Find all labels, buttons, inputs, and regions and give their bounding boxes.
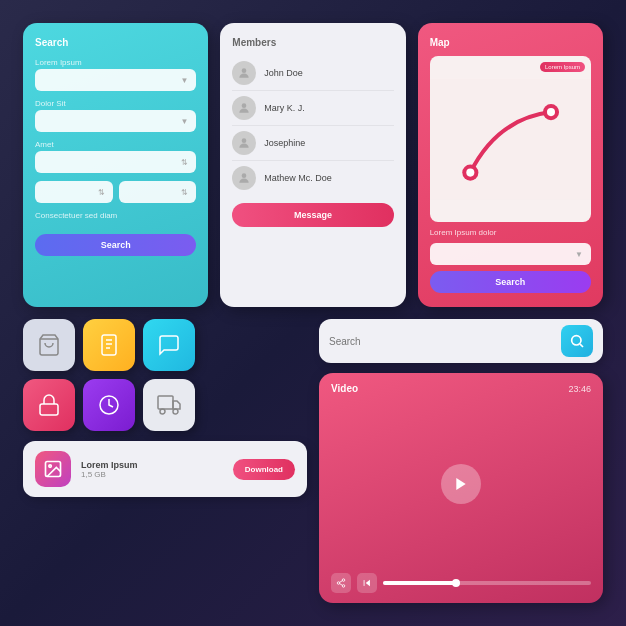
search-card: Search Lorem Ipsum ▼ Dolor Sit ▼ Amet <box>23 23 208 307</box>
svg-point-0 <box>242 68 247 73</box>
document-button[interactable] <box>83 319 135 371</box>
play-icon <box>453 476 469 492</box>
member-item-3: Josephine <box>232 126 393 161</box>
chevron2-icon: ▼ <box>180 117 188 126</box>
map-chevron-icon: ▼ <box>575 250 583 259</box>
icon-buttons-grid <box>23 319 307 431</box>
map-card-title: Map <box>430 37 591 48</box>
video-header: Video 23:46 <box>331 383 591 394</box>
chevron1-icon: ▼ <box>180 76 188 85</box>
search-bar[interactable] <box>319 319 603 363</box>
field1-text[interactable] <box>43 76 174 85</box>
lock-button[interactable] <box>23 379 75 431</box>
download-bar: Lorem Ipsum 1,5 GB Download <box>23 441 307 497</box>
search-input[interactable] <box>329 336 561 347</box>
timer-button[interactable] <box>83 379 135 431</box>
avatar-2 <box>232 96 256 120</box>
svg-point-27 <box>342 585 345 588</box>
avatar-4 <box>232 166 256 190</box>
download-size: 1,5 GB <box>81 470 223 479</box>
share-icon <box>336 578 346 588</box>
member-name-2: Mary K. J. <box>264 103 305 113</box>
field2-text[interactable] <box>43 117 174 126</box>
progress-bar[interactable] <box>383 581 591 585</box>
svg-line-23 <box>580 344 583 347</box>
field1-group: Lorem Ipsum ▼ <box>35 58 196 91</box>
svg-point-22 <box>572 336 581 345</box>
download-button[interactable]: Download <box>233 459 295 480</box>
svg-point-25 <box>342 579 345 582</box>
cart-button[interactable] <box>23 319 75 371</box>
video-card: Video 23:46 <box>319 373 603 603</box>
svg-point-18 <box>160 409 165 414</box>
image-icon <box>43 459 63 479</box>
svg-marker-30 <box>366 580 370 587</box>
field2-group: Dolor Sit ▼ <box>35 99 196 132</box>
svg-rect-16 <box>158 396 173 409</box>
chat-button[interactable] <box>143 319 195 371</box>
map-area: Lorem Ipsum <box>430 56 591 222</box>
member-name-4: Mathew Mc. Doe <box>264 173 332 183</box>
member-name-3: Josephine <box>264 138 305 148</box>
svg-line-28 <box>340 584 343 586</box>
bottom-row: Lorem Ipsum 1,5 GB Download Video 23 <box>23 319 603 603</box>
search-icon-button[interactable] <box>561 325 593 357</box>
map-field-label: Lorem Ipsum dolor <box>430 228 591 237</box>
video-time: 23:46 <box>568 384 591 394</box>
field3-text[interactable] <box>43 158 174 167</box>
top-row: Search Lorem Ipsum ▼ Dolor Sit ▼ Amet <box>23 23 603 307</box>
field2-input[interactable]: ▼ <box>35 110 196 132</box>
search-icon <box>569 333 585 349</box>
svg-rect-14 <box>40 404 58 415</box>
map-card: Map Lorem Ipsum Lorem Ipsum dolor <box>418 23 603 307</box>
map-badge: Lorem Ipsum <box>540 62 585 72</box>
two-col-fields: ⇅ ⇅ <box>35 181 196 203</box>
rewind-button[interactable] <box>357 573 377 593</box>
svg-marker-17 <box>173 401 180 409</box>
field5-label: Consectetuer sed diam <box>35 211 196 220</box>
field4a-text[interactable] <box>43 188 98 197</box>
message-button[interactable]: Message <box>232 203 393 227</box>
field4b-input[interactable]: ⇅ <box>119 181 197 203</box>
field4b-text[interactable] <box>127 188 182 197</box>
chevron4a-icon: ⇅ <box>98 188 105 197</box>
svg-marker-24 <box>456 478 465 490</box>
members-card-title: Members <box>232 37 393 48</box>
member-item-4: Mathew Mc. Doe <box>232 161 393 195</box>
rewind-icon <box>362 578 372 588</box>
member-item-2: Mary K. J. <box>232 91 393 126</box>
svg-point-6 <box>466 169 474 177</box>
share-button[interactable] <box>331 573 351 593</box>
svg-rect-10 <box>102 335 116 355</box>
svg-point-8 <box>547 108 555 116</box>
truck-button[interactable] <box>143 379 195 431</box>
bottom-left: Lorem Ipsum 1,5 GB Download <box>23 319 307 603</box>
video-controls <box>331 573 591 593</box>
progress-fill <box>383 581 456 585</box>
map-input[interactable]: ▼ <box>430 243 591 265</box>
video-label: Video <box>331 383 358 394</box>
play-button[interactable] <box>441 464 481 504</box>
member-item-1: John Doe <box>232 56 393 91</box>
field3-input[interactable]: ⇅ <box>35 151 196 173</box>
progress-dot <box>452 579 460 587</box>
field3-group: Amet ⇅ <box>35 140 196 173</box>
field4a-input[interactable]: ⇅ <box>35 181 113 203</box>
map-route-svg <box>430 56 591 222</box>
svg-rect-4 <box>430 79 591 200</box>
svg-point-26 <box>337 582 340 585</box>
svg-point-21 <box>49 465 52 468</box>
map-search-button[interactable]: Search <box>430 271 591 293</box>
download-icon-box <box>35 451 71 487</box>
chevron4b-icon: ⇅ <box>181 188 188 197</box>
field3-label: Amet <box>35 140 196 149</box>
avatar-1 <box>232 61 256 85</box>
avatar-3 <box>232 131 256 155</box>
members-card: Members John Doe Mary K. J. Josephine <box>220 23 405 307</box>
bottom-right: Video 23:46 <box>319 319 603 603</box>
main-container: Search Lorem Ipsum ▼ Dolor Sit ▼ Amet <box>23 23 603 603</box>
field1-input[interactable]: ▼ <box>35 69 196 91</box>
svg-line-29 <box>340 581 343 583</box>
search-button[interactable]: Search <box>35 234 196 256</box>
download-title: Lorem Ipsum <box>81 460 223 470</box>
